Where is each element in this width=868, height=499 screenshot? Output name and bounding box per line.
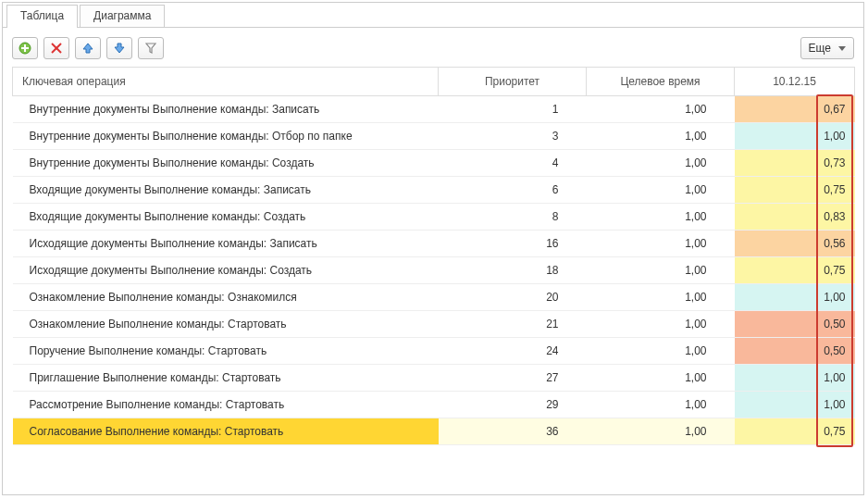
table-row[interactable]: Внутренние документы Выполнение команды:… [13,96,855,123]
table-row[interactable]: Ознакомление Выполнение команды: Ознаком… [13,284,855,311]
cell-value: 0,75 [735,257,855,284]
table-row[interactable]: Исходящие документы Выполнение команды: … [13,257,855,284]
cell-value: 0,67 [735,96,855,123]
cell-operation: Входящие документы Выполнение команды: З… [13,177,439,204]
cell-priority: 21 [439,311,587,338]
cell-value: 0,73 [735,150,855,177]
cell-priority: 29 [439,392,587,418]
cell-target: 1,00 [587,123,735,150]
x-icon [51,43,62,54]
cell-priority: 6 [439,177,587,204]
cell-value: 0,56 [735,231,855,257]
cell-operation: Внутренние документы Выполнение команды:… [13,96,439,123]
cell-operation: Исходящие документы Выполнение команды: … [13,231,439,257]
cell-operation: Согласование Выполнение команды: Стартов… [13,418,439,445]
cell-priority: 18 [439,257,587,284]
tab-body: Еще Ключевая операция Приоритет Целевое … [3,27,863,455]
svg-marker-5 [83,44,93,53]
plus-icon [19,42,31,55]
toolbar: Еще [12,37,854,59]
tabs: Таблица Диаграмма [3,3,863,27]
table-row[interactable]: Ознакомление Выполнение команды: Стартов… [13,311,855,338]
add-button[interactable] [12,37,38,59]
col-priority[interactable]: Приоритет [439,68,587,96]
cell-value: 0,50 [735,311,855,338]
cell-value: 1,00 [735,284,855,311]
cell-operation: Приглашение Выполнение команды: Стартова… [13,365,439,392]
data-table[interactable]: Ключевая операция Приоритет Целевое врем… [12,67,855,445]
cell-priority: 20 [439,284,587,311]
table-row[interactable]: Внутренние документы Выполнение команды:… [13,123,855,150]
grid-wrap: Ключевая операция Приоритет Целевое врем… [12,67,854,445]
cell-target: 1,00 [587,311,735,338]
table-row[interactable]: Согласование Выполнение команды: Стартов… [13,418,855,445]
cell-target: 1,00 [587,231,735,257]
cell-target: 1,00 [587,365,735,392]
cell-priority: 27 [439,365,587,392]
cell-operation: Внутренние документы Выполнение команды:… [13,123,439,150]
cell-operation: Внутренние документы Выполнение команды:… [13,150,439,177]
cell-operation: Входящие документы Выполнение команды: С… [13,204,439,231]
cell-target: 1,00 [587,418,735,445]
filter-button[interactable] [138,37,164,59]
cell-value: 0,50 [735,338,855,365]
tab-diagram[interactable]: Диаграмма [80,5,165,27]
cell-operation: Ознакомление Выполнение команды: Ознаком… [13,284,439,311]
cell-priority: 16 [439,231,587,257]
delete-button[interactable] [43,37,69,59]
cell-target: 1,00 [587,338,735,365]
panel: Таблица Диаграмма [2,2,864,495]
cell-target: 1,00 [587,177,735,204]
table-row[interactable]: Входящие документы Выполнение команды: С… [13,204,855,231]
cell-target: 1,00 [587,204,735,231]
table-row[interactable]: Рассмотрение Выполнение команды: Стартов… [13,392,855,418]
cell-target: 1,00 [587,96,735,123]
cell-target: 1,00 [587,150,735,177]
col-operation[interactable]: Ключевая операция [13,68,439,96]
cell-operation: Поручение Выполнение команды: Стартовать [13,338,439,365]
svg-rect-2 [21,47,29,49]
table-row[interactable]: Исходящие документы Выполнение команды: … [13,231,855,257]
more-button[interactable]: Еще [800,37,854,59]
col-target[interactable]: Целевое время [587,68,735,96]
svg-marker-6 [115,44,124,53]
chevron-down-icon [838,46,846,51]
table-row[interactable]: Входящие документы Выполнение команды: З… [13,177,855,204]
col-date[interactable]: 10.12.15 [735,68,855,96]
table-row[interactable]: Поручение Выполнение команды: Стартовать… [13,338,855,365]
cell-priority: 8 [439,204,587,231]
cell-priority: 1 [439,96,587,123]
cell-target: 1,00 [587,257,735,284]
cell-value: 1,00 [735,123,855,150]
cell-value: 0,83 [735,204,855,231]
cell-value: 1,00 [735,365,855,392]
table-row[interactable]: Внутренние документы Выполнение команды:… [13,150,855,177]
arrow-up-icon [82,43,93,54]
arrow-down-icon [114,43,125,54]
cell-priority: 4 [439,150,587,177]
cell-value: 0,75 [735,418,855,445]
cell-operation: Рассмотрение Выполнение команды: Стартов… [13,392,439,418]
move-up-button[interactable] [75,37,101,59]
cell-value: 0,75 [735,177,855,204]
cell-operation: Исходящие документы Выполнение команды: … [13,257,439,284]
more-label: Еще [809,42,831,55]
cell-priority: 3 [439,123,587,150]
funnel-icon [145,43,156,54]
cell-priority: 24 [439,338,587,365]
cell-priority: 36 [439,418,587,445]
cell-target: 1,00 [587,284,735,311]
cell-operation: Ознакомление Выполнение команды: Стартов… [13,311,439,338]
cell-value: 1,00 [735,392,855,418]
tab-table[interactable]: Таблица [6,5,78,27]
table-row[interactable]: Приглашение Выполнение команды: Стартова… [13,365,855,392]
svg-marker-7 [146,44,155,53]
move-down-button[interactable] [106,37,132,59]
cell-target: 1,00 [587,392,735,418]
